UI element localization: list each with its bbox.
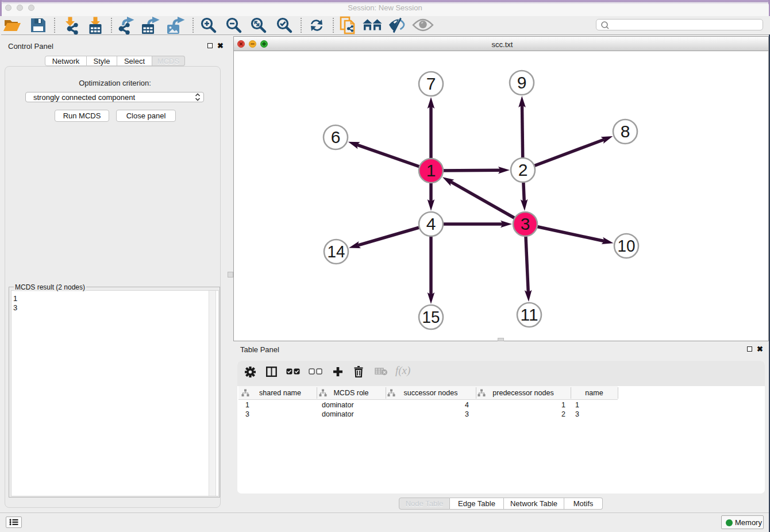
svg-text:6: 6 (331, 128, 341, 147)
svg-text:10: 10 (618, 236, 636, 255)
svg-text:11: 11 (521, 305, 538, 324)
svg-text:4: 4 (426, 214, 436, 233)
svg-text:1: 1 (426, 161, 436, 180)
svg-text:3: 3 (521, 214, 530, 233)
svg-text:2: 2 (518, 160, 528, 179)
svg-text:9: 9 (517, 73, 527, 92)
svg-text:14: 14 (328, 242, 345, 261)
svg-text:15: 15 (422, 307, 440, 326)
svg-text:8: 8 (621, 122, 630, 141)
svg-text:7: 7 (426, 74, 436, 93)
